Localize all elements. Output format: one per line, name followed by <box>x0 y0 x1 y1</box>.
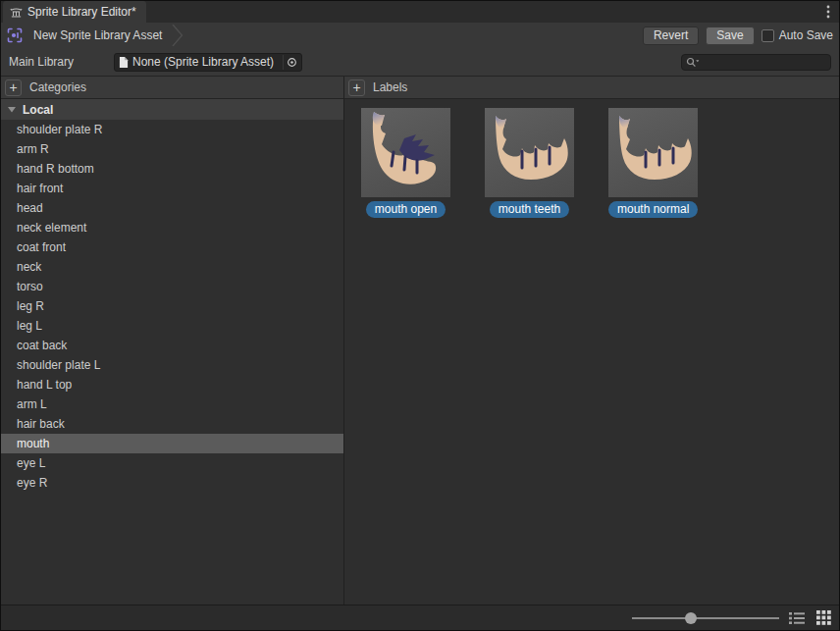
sprite-thumbnail-mouth-open <box>361 108 450 197</box>
tab-strip: Sprite Library Editor* <box>1 1 839 23</box>
breadcrumb[interactable]: New Sprite Library Asset <box>29 24 185 47</box>
auto-save-label: Auto Save <box>779 28 833 42</box>
sprite-library-editor-window: Sprite Library Editor* New Sprite Librar… <box>0 0 840 631</box>
asset-file-icon <box>119 56 129 69</box>
sprite-thumbnail-mouth-normal <box>608 108 698 197</box>
main-library-row: Main Library None (Sprite Library Asset) <box>1 48 839 76</box>
label-pill[interactable]: mouth teeth <box>490 201 569 218</box>
category-list: shoulder plate R arm R hand R bottom hai… <box>1 120 343 605</box>
labels-grid: mouth open mouth teeth <box>344 99 839 218</box>
sprite-library-asset-icon <box>7 27 23 43</box>
category-row[interactable]: coat front <box>1 237 343 257</box>
category-row[interactable]: arm R <box>1 139 343 159</box>
content-area: + Categories Local shoulder plate R arm … <box>1 76 839 605</box>
add-label-button[interactable]: + <box>348 79 365 96</box>
category-row[interactable]: head <box>1 198 343 218</box>
thumbnail-size-slider-knob[interactable] <box>685 612 697 624</box>
main-library-object-field[interactable]: None (Sprite Library Asset) <box>114 53 302 72</box>
labels-header-label: Labels <box>373 80 407 94</box>
object-field-value: None (Sprite Library Asset) <box>132 55 279 69</box>
sprite-card-mouth-teeth[interactable]: mouth teeth <box>485 108 574 218</box>
search-field[interactable] <box>681 54 831 71</box>
category-row[interactable]: leg R <box>1 296 343 316</box>
category-row[interactable]: hair back <box>1 414 343 434</box>
object-picker-icon[interactable] <box>283 55 299 70</box>
category-row[interactable]: torso <box>1 277 343 296</box>
sprite-card-mouth-open[interactable]: mouth open <box>361 108 450 218</box>
grid-view-button[interactable] <box>814 609 832 627</box>
category-row[interactable]: leg L <box>1 316 343 336</box>
toolbar: New Sprite Library Asset Revert Save Aut… <box>1 23 839 48</box>
tab-title: Sprite Library Editor* <box>27 5 136 19</box>
revert-button[interactable]: Revert <box>643 26 699 45</box>
label-pill[interactable]: mouth open <box>366 201 446 218</box>
breadcrumb-chevron-icon <box>172 25 184 46</box>
breadcrumb-label: New Sprite Library Asset <box>33 28 162 42</box>
category-row[interactable]: hand L top <box>1 375 343 394</box>
category-row[interactable]: mouth <box>1 434 343 453</box>
label-pill[interactable]: mouth normal <box>608 201 698 218</box>
thumbnail-size-slider[interactable] <box>632 611 779 625</box>
save-button[interactable]: Save <box>706 26 754 45</box>
category-row[interactable]: eye R <box>1 473 343 493</box>
category-row[interactable]: coat back <box>1 336 343 355</box>
categories-header-label: Categories <box>29 80 86 94</box>
local-foldout-label: Local <box>23 103 53 117</box>
auto-save-checkbox[interactable] <box>761 29 774 42</box>
category-row[interactable]: shoulder plate L <box>1 355 343 375</box>
category-row[interactable]: hair front <box>1 179 343 198</box>
local-foldout[interactable]: Local <box>1 99 343 120</box>
tab-sprite-library-editor[interactable]: Sprite Library Editor* <box>3 1 146 23</box>
sprite-library-editor-icon <box>10 6 23 19</box>
labels-header: + Labels <box>344 77 839 99</box>
kebab-menu-icon[interactable] <box>817 1 839 23</box>
sprite-thumbnail-mouth-teeth <box>485 108 574 197</box>
search-icon <box>686 57 700 68</box>
categories-panel: + Categories Local shoulder plate R arm … <box>1 77 344 605</box>
category-row[interactable]: shoulder plate R <box>1 120 343 139</box>
labels-panel: + Labels mouth ope <box>344 77 839 605</box>
category-row[interactable]: hand R bottom <box>1 159 343 179</box>
category-row[interactable]: neck element <box>1 218 343 237</box>
categories-header: + Categories <box>1 77 343 99</box>
category-row[interactable]: eye L <box>1 453 343 473</box>
category-row[interactable]: arm L <box>1 394 343 414</box>
slider-track[interactable] <box>632 617 779 619</box>
category-row[interactable]: neck <box>1 257 343 277</box>
main-library-label: Main Library <box>9 55 114 69</box>
sprite-card-mouth-normal[interactable]: mouth normal <box>608 108 698 218</box>
footer-bar <box>1 605 839 630</box>
add-category-button[interactable]: + <box>5 79 22 96</box>
search-input[interactable] <box>703 56 826 68</box>
foldout-triangle-icon <box>7 105 17 114</box>
list-view-button[interactable] <box>788 609 806 627</box>
